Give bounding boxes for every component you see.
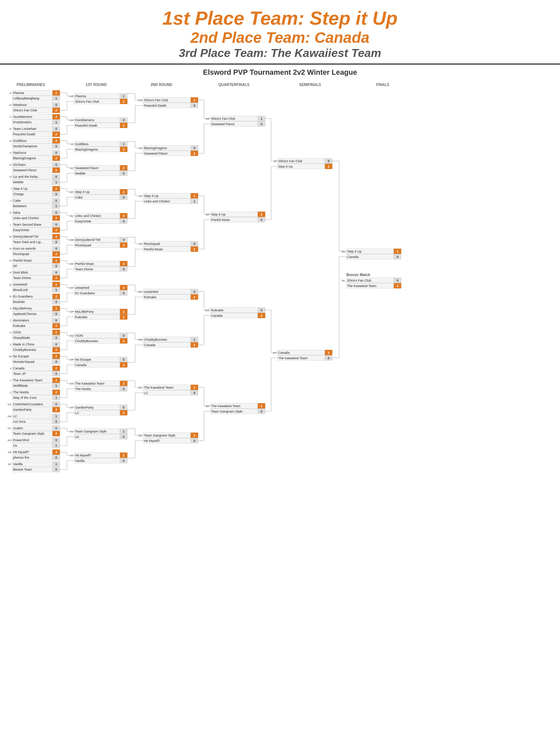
svg-text:Unko and Chinko!: Unko and Chinko!: [13, 216, 39, 220]
svg-text:0: 0: [396, 279, 398, 282]
svg-text:1: 1: [55, 180, 57, 184]
svg-text:0: 0: [260, 308, 262, 312]
svg-text:1: 1: [55, 288, 57, 292]
svg-text:0: 0: [55, 343, 57, 346]
svg-text:2: 2: [55, 450, 57, 454]
prelim-group-K: Khaha0Unko and Chinko!2: [9, 210, 60, 221]
third-place-title: 3rd Place Team: The Kawaiiest Team: [4, 46, 556, 60]
svg-text:2: 2: [123, 382, 124, 385]
svg-text:1: 1: [55, 204, 57, 208]
svg-text:2: 2: [55, 307, 57, 310]
svg-text:Charge: Charge: [13, 192, 24, 196]
r1-match-AI: AIGuildless1BlazingDragons2: [71, 142, 127, 152]
svg-text:Team Second Base: Team Second Base: [13, 223, 41, 226]
svg-text:0: 0: [55, 192, 57, 196]
svg-text:1: 1: [55, 414, 57, 418]
svg-text:2: 2: [55, 348, 57, 352]
svg-text:0: 0: [55, 360, 57, 364]
svg-text:DemQuittersFTW: DemQuittersFTW: [13, 235, 39, 238]
svg-text:Seaweed Flavor: Seaweed Flavor: [13, 168, 37, 172]
svg-text:0: 0: [328, 159, 329, 163]
r1-match-AN: ANPwnful Moan2Team Divine0: [69, 261, 127, 272]
svg-text:BK: BK: [341, 250, 346, 253]
svg-text:2: 2: [193, 295, 195, 299]
svg-text:BG: BG: [205, 309, 210, 312]
svg-text:0: 0: [55, 144, 57, 148]
second-place-title: 2nd Place Team: Canada: [4, 29, 556, 46]
svg-text:Peaceful Death: Peaceful Death: [75, 124, 98, 127]
svg-text:Team Divine: Team Divine: [13, 276, 31, 280]
svg-text:GardenParty: GardenParty: [13, 408, 32, 411]
svg-text:MyLittlePony: MyLittlePony: [13, 307, 32, 310]
svg-text:ProM0nst0rs: ProM0nst0rs: [13, 120, 32, 124]
svg-text:fruitcake: fruitcake: [75, 315, 87, 319]
svg-text:B: B: [9, 103, 12, 107]
svg-text:Guildless: Guildless: [13, 139, 27, 143]
svg-text:unwanted: unwanted: [13, 283, 27, 286]
svg-text:1: 1: [123, 430, 124, 433]
prelim-group-P: PDont Blink0Team Divine2: [10, 270, 60, 280]
svg-text:LC: LC: [13, 414, 17, 418]
svg-text:Kuro no swords: Kuro no swords: [13, 247, 36, 250]
r1-match-AO: AOunwanted2Ex Guardians0: [69, 285, 127, 296]
svg-text:haha: haha: [13, 211, 20, 214]
svg-text:Avalon: Avalon: [13, 426, 23, 430]
svg-text:phenox fire: phenox fire: [13, 456, 29, 459]
svg-text:0: 0: [123, 238, 124, 242]
svg-text:0: 0: [55, 420, 57, 423]
svg-text:AY: AY: [139, 194, 143, 198]
svg-text:XION: XION: [75, 334, 83, 337]
svg-text:dominators: dominators: [13, 319, 29, 322]
first-place-title: 1st Place Team: Step it Up: [4, 7, 556, 29]
svg-text:Pwnful Moan: Pwnful Moan: [144, 247, 163, 251]
svg-text:0: 0: [55, 402, 57, 406]
svg-text:Guildless: Guildless: [75, 142, 89, 146]
svg-text:Beliebers: Beliebers: [13, 204, 27, 208]
svg-text:Seaweed Flavor: Seaweed Flavor: [75, 166, 99, 170]
svg-text:Unko and Chinko!: Unko and Chinko!: [144, 200, 170, 203]
svg-text:2: 2: [55, 228, 57, 232]
prelim-group-D: DTeam Lockehart0Peaceful Death2: [9, 126, 60, 137]
prelim-group-I: IStep It Up2Charge0: [11, 186, 60, 197]
svg-text:0: 0: [260, 410, 262, 413]
svg-text:Cake: Cake: [13, 199, 21, 202]
svg-text:The Kawaiiest Team: The Kawaiiest Team: [347, 284, 376, 288]
svg-text:Team Gangnam Style: Team Gangnam Style: [144, 434, 176, 437]
svg-text:unwanted: unwanted: [75, 286, 89, 290]
svg-text:Y: Y: [10, 379, 12, 382]
prelim-group-AA: AACutieMarkCrusaders0GardenParty2: [7, 402, 60, 412]
svg-text:Step It Up: Step It Up: [211, 213, 226, 216]
svg-text:BC: BC: [138, 386, 143, 389]
svg-text:0: 0: [55, 163, 57, 167]
svg-text:2: 2: [55, 91, 57, 95]
svg-text:Step It Up: Step It Up: [75, 190, 90, 194]
svg-text:The Kawaiiest Team: The Kawaiiest Team: [278, 356, 308, 360]
bracket-container: Elsword PVP Tournament 2v2 Winter League…: [0, 65, 560, 486]
svg-text:2: 2: [328, 351, 329, 355]
svg-text:2: 2: [55, 259, 57, 262]
svg-text:0: 0: [55, 247, 57, 250]
page-wrapper: 1st Place Team: Step it Up 2nd Place Tea…: [0, 0, 560, 486]
svg-text:Canada: Canada: [13, 366, 25, 370]
prelim-group-Q: Qunwanted2BloodLinE1: [9, 282, 60, 292]
svg-text:0: 0: [55, 223, 57, 226]
svg-text:AE: AE: [8, 451, 12, 454]
svg-text:Plasma: Plasma: [75, 94, 86, 98]
svg-text:2: 2: [193, 98, 195, 102]
svg-text:R: R: [9, 295, 12, 298]
svg-text:0: 0: [55, 336, 57, 340]
svg-text:AH: AH: [69, 119, 74, 122]
prelim-group-J: JCake0Beliebers1: [10, 198, 60, 209]
svg-text:unwanted: unwanted: [144, 290, 158, 294]
svg-text:2: 2: [123, 243, 124, 247]
svg-text:MonsterSquad: MonsterSquad: [13, 360, 34, 364]
svg-text:Pwnful Moan: Pwnful Moan: [211, 218, 230, 222]
prelim-group-M: MDemQuittersFTW2Team Dark and Lig…0: [9, 234, 60, 245]
svg-text:Step It Up: Step It Up: [13, 187, 28, 190]
svg-text:AI: AI: [71, 143, 74, 146]
svg-text:GardenParty: GardenParty: [75, 406, 94, 409]
r1-match-AS: ASThe Kawaiiest Team2The Noobs0: [70, 381, 127, 392]
bronze-match: BLShira's Fan Club0The Kawaiiest Team2: [342, 278, 401, 288]
svg-text:2: 2: [55, 115, 57, 119]
svg-text:0: 0: [123, 459, 124, 463]
